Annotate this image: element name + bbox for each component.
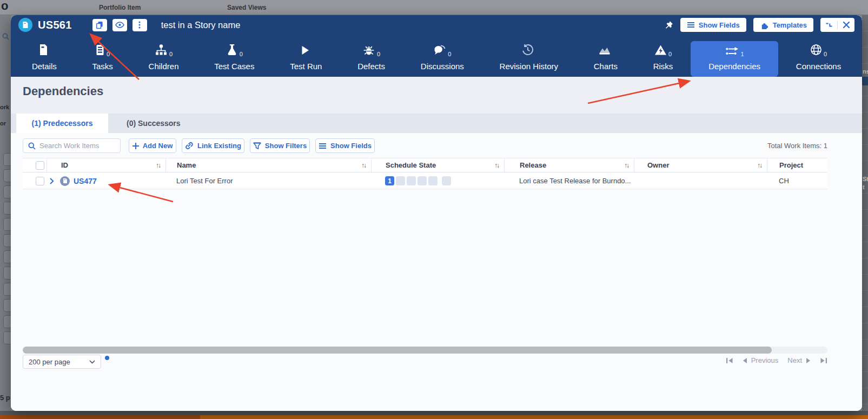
templates-button[interactable]: Templates xyxy=(753,18,813,32)
backdrop-portfolio-item-label: Portfolio Item xyxy=(99,4,141,11)
details-icon xyxy=(38,44,48,58)
kebab-menu-button[interactable] xyxy=(132,19,147,31)
pin-icon[interactable] xyxy=(665,21,673,29)
globe-icon xyxy=(810,44,822,58)
chat-bubble-icon xyxy=(433,44,446,58)
tab-label: Details xyxy=(32,62,57,71)
sort-icon[interactable]: ↑↓ xyxy=(156,162,165,169)
sort-icon[interactable]: ↑↓ xyxy=(624,162,634,169)
show-filters-button[interactable]: Show Filters xyxy=(250,138,310,153)
select-all-checkbox[interactable] xyxy=(36,161,44,170)
column-label: Project xyxy=(779,161,803,169)
backdrop-saved-views-label: Saved Views xyxy=(227,4,267,11)
horizontal-scrollbar-track[interactable] xyxy=(23,347,827,354)
sort-icon[interactable]: ↑↓ xyxy=(361,162,371,169)
backdrop-text-fragment: t xyxy=(863,184,865,190)
link-existing-label: Link Existing xyxy=(197,142,241,150)
show-filters-label: Show Filters xyxy=(265,142,307,150)
link-existing-button[interactable]: Link Existing xyxy=(182,138,244,153)
table-row: US477 Lori Test For Error 1 Lori xyxy=(23,173,827,189)
backdrop-text-fragment: 5 p xyxy=(0,394,10,402)
last-page-button[interactable] xyxy=(820,357,827,364)
column-header-release[interactable]: Release↑↓ xyxy=(504,158,634,172)
templates-label: Templates xyxy=(773,21,807,29)
copy-button[interactable] xyxy=(92,19,107,31)
close-icon[interactable] xyxy=(838,18,854,32)
subtab-successors[interactable]: (0) Successors xyxy=(127,114,181,133)
flask-icon xyxy=(226,44,238,58)
backdrop-header-sliver xyxy=(862,77,868,85)
backdrop-orange-bar-right xyxy=(200,415,868,419)
search-icon xyxy=(28,142,36,150)
backdrop-row-stub xyxy=(3,315,11,328)
show-fields-label: Show Fields xyxy=(330,142,372,150)
tab-label: Defects xyxy=(357,62,385,71)
expand-chevron-icon[interactable] xyxy=(50,178,54,184)
column-header-name[interactable]: Name↑↓ xyxy=(165,158,371,172)
page-size-select[interactable]: 200 per page xyxy=(23,355,101,369)
backdrop-row-stub xyxy=(3,283,11,296)
tab-defects[interactable]: 0 Defects xyxy=(340,35,403,77)
backdrop-row-stub xyxy=(3,153,11,166)
schedule-state-box xyxy=(396,176,405,185)
collapse-panel-icon[interactable] xyxy=(820,18,837,32)
dependencies-panel: Dependencies (1) Predecessors (0) Succes… xyxy=(11,77,862,411)
next-page-button[interactable]: Next xyxy=(787,356,811,364)
tab-dependencies[interactable]: 1 Dependencies xyxy=(691,41,778,77)
tab-connections[interactable]: 0 Connections xyxy=(778,35,859,77)
subtab-predecessors[interactable]: (1) Predecessors xyxy=(16,114,108,133)
backdrop-row-stub xyxy=(3,234,11,247)
row-schedule-state-cell: 1 xyxy=(371,173,504,189)
tab-children[interactable]: 0 Children xyxy=(131,35,197,77)
add-new-button[interactable]: Add New xyxy=(129,138,176,153)
work-item-detail-modal: US561 test in a Story name xyxy=(11,15,862,411)
sort-icon[interactable]: ↑↓ xyxy=(494,162,504,169)
column-header-owner[interactable]: Owner↑↓ xyxy=(634,158,767,172)
column-header-schedule-state[interactable]: Schedule State↑↓ xyxy=(371,158,504,172)
work-item-link[interactable]: US477 xyxy=(74,177,97,185)
column-label: Owner xyxy=(647,161,669,169)
tab-test-cases[interactable]: 0 Test Cases xyxy=(196,35,272,77)
row-checkbox[interactable] xyxy=(36,177,44,185)
header-select-cell xyxy=(23,158,47,172)
column-label: Schedule State xyxy=(386,161,436,169)
tab-count: 0 xyxy=(377,51,380,57)
show-fields-button[interactable]: Show Fields xyxy=(315,138,375,153)
tab-label: Revision History xyxy=(500,62,558,71)
backdrop-row-stub xyxy=(3,185,11,198)
tab-test-run[interactable]: Test Run xyxy=(272,35,340,77)
tab-tasks[interactable]: 0 Tasks xyxy=(75,35,131,77)
search-input[interactable] xyxy=(39,142,115,150)
tab-charts[interactable]: Charts xyxy=(576,35,635,77)
tab-label: Discussions xyxy=(421,62,464,71)
backdrop-row-stub xyxy=(3,250,11,263)
show-fields-button-top[interactable]: Show Fields xyxy=(680,18,746,32)
backdrop-text-fragment: or xyxy=(0,120,6,127)
schedule-state-control[interactable]: 1 xyxy=(385,176,453,185)
tab-label: Test Run xyxy=(290,62,322,71)
watch-eye-button[interactable] xyxy=(112,19,127,31)
sort-icon[interactable]: ↑↓ xyxy=(757,162,767,169)
tab-discussions[interactable]: 0 Discussions xyxy=(403,35,482,77)
window-controls xyxy=(820,18,854,32)
tab-label: Children xyxy=(149,62,179,71)
search-work-items-box xyxy=(23,138,121,153)
column-header-id[interactable]: ID↑↓ xyxy=(47,158,165,172)
horizontal-scrollbar-thumb[interactable] xyxy=(23,347,772,354)
previous-page-button[interactable]: Previous xyxy=(743,356,779,364)
column-header-project[interactable]: Project xyxy=(767,158,827,172)
title-bar-right-controls: Show Fields Templates xyxy=(665,18,854,32)
schedule-state-box xyxy=(442,176,451,185)
tab-risks[interactable]: 0 Risks xyxy=(635,35,691,77)
grid-header-row: ID↑↓ Name↑↓ Schedule State↑↓ Release↑↓ O… xyxy=(23,158,827,172)
backdrop-search-icon xyxy=(2,32,9,42)
first-page-button[interactable] xyxy=(726,357,733,364)
tab-details[interactable]: Details xyxy=(14,35,75,77)
row-select-cell xyxy=(23,173,47,189)
column-label: Name xyxy=(177,161,196,169)
total-work-items: Total Work Items: 1 xyxy=(767,142,827,150)
bug-icon xyxy=(362,44,375,58)
tab-revision-history[interactable]: Revision History xyxy=(482,35,576,77)
tab-count: 1 xyxy=(741,51,744,57)
tab-count: 0 xyxy=(668,51,672,57)
